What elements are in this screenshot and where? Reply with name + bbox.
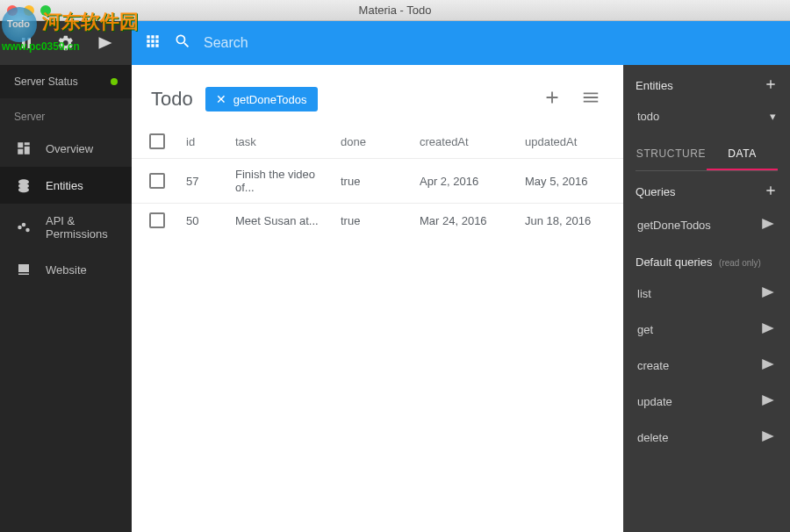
maximize-window-button[interactable]: [40, 5, 51, 16]
query-chip-label: getDoneTodos: [233, 93, 307, 106]
gear-icon: [57, 34, 75, 52]
row-checkbox[interactable]: [149, 212, 165, 228]
sidebar-section-label: Server: [0, 98, 132, 130]
query-item-get[interactable]: get: [636, 312, 778, 348]
query-name: get: [637, 323, 653, 336]
add-query-button[interactable]: [764, 183, 778, 200]
window-controls: [7, 5, 51, 16]
add-entity-button[interactable]: [764, 77, 778, 94]
plus-icon: [542, 88, 562, 107]
sliders-icon: [16, 219, 32, 235]
query-name: getDoneTodos: [637, 219, 711, 232]
sidebar-item-entities[interactable]: Entities: [0, 167, 132, 204]
sidebar-item-label: API & Permissions: [46, 214, 118, 241]
play-icon: [760, 428, 776, 444]
settings-button[interactable]: [47, 34, 85, 52]
status-indicator-icon: [111, 78, 118, 85]
default-queries-hint: (read only): [719, 258, 761, 268]
table-header: id task done createdAt updatedAt: [132, 125, 623, 158]
query-item-list[interactable]: list: [636, 276, 778, 312]
column-header-createdat[interactable]: createdAt: [420, 135, 525, 148]
cell-done: true: [341, 175, 420, 188]
query-item-getdonetodos[interactable]: getDoneTodos: [636, 207, 778, 243]
search-input[interactable]: [204, 35, 778, 51]
run-button[interactable]: [86, 34, 125, 52]
default-queries-header: Default queries (read only): [636, 255, 778, 269]
sidebar-item-label: Overview: [46, 142, 93, 155]
entities-header: Entities: [636, 77, 778, 94]
cell-createdat: Apr 2, 2016: [420, 175, 525, 188]
play-icon: [760, 356, 776, 372]
queries-label: Queries: [636, 185, 676, 198]
content-area: Todo ✕ getDoneTodos: [132, 65, 623, 532]
add-button[interactable]: [539, 84, 565, 114]
column-header-id[interactable]: id: [186, 135, 235, 148]
run-query-button[interactable]: [760, 216, 776, 234]
chevron-down-icon: ▾: [770, 110, 776, 123]
query-name: list: [637, 287, 651, 300]
sidebar: Server Status Server Overview Entities A…: [0, 21, 132, 532]
tab-structure[interactable]: STRUCTURE: [636, 139, 707, 170]
menu-button[interactable]: [578, 84, 604, 114]
plus-icon: [764, 183, 778, 198]
column-header-done[interactable]: done: [341, 135, 420, 148]
sidebar-item-api[interactable]: API & Permissions: [0, 204, 132, 251]
close-window-button[interactable]: [7, 5, 18, 16]
column-header-updatedat[interactable]: updatedAt: [525, 135, 613, 148]
run-query-button[interactable]: [760, 428, 776, 447]
query-item-update[interactable]: update: [636, 384, 778, 420]
row-checkbox[interactable]: [149, 173, 165, 189]
entity-selector[interactable]: todo ▾: [636, 106, 778, 126]
window-title: Materia - Todo: [359, 4, 432, 17]
plus-icon: [764, 77, 778, 91]
tab-data[interactable]: DATA: [707, 139, 778, 170]
column-header-task[interactable]: task: [235, 135, 341, 148]
play-icon: [760, 284, 776, 300]
run-query-button[interactable]: [760, 320, 776, 339]
default-queries-label: Default queries: [636, 255, 712, 269]
query-chip[interactable]: ✕ getDoneTodos: [205, 87, 318, 111]
query-item-delete[interactable]: delete: [636, 420, 778, 456]
cell-createdat: Mar 24, 2016: [420, 214, 525, 227]
panel-tabs: STRUCTURE DATA: [636, 139, 778, 171]
query-item-create[interactable]: create: [636, 348, 778, 384]
table-row[interactable]: 57 Finish the video of... true Apr 2, 20…: [132, 158, 623, 203]
server-status-label: Server Status: [14, 75, 78, 88]
svg-rect-1: [28, 38, 32, 48]
cell-done: true: [341, 214, 420, 227]
pause-button[interactable]: [7, 36, 46, 50]
play-icon: [760, 216, 776, 232]
data-table: id task done createdAt updatedAt 57 Fini…: [132, 125, 623, 237]
sidebar-item-overview[interactable]: Overview: [0, 130, 132, 167]
cell-updatedat: May 5, 2016: [525, 175, 613, 188]
right-panel: Entities todo ▾ STRUCTURE DATA Queries: [623, 65, 790, 532]
search-icon: [174, 32, 191, 50]
close-icon[interactable]: ✕: [216, 92, 226, 106]
selected-entity: todo: [637, 110, 659, 123]
queries-header: Queries: [636, 183, 778, 200]
cell-id: 50: [186, 214, 235, 227]
apps-button[interactable]: [144, 32, 162, 54]
search-button[interactable]: [174, 32, 191, 54]
run-query-button[interactable]: [760, 356, 776, 375]
select-all-checkbox[interactable]: [149, 133, 165, 149]
run-query-button[interactable]: [760, 284, 776, 303]
page-title: Todo: [151, 88, 193, 111]
query-name: create: [637, 359, 669, 372]
table-row[interactable]: 50 Meet Susan at... true Mar 24, 2016 Ju…: [132, 203, 623, 237]
sidebar-item-label: Entities: [46, 179, 83, 192]
sidebar-item-website[interactable]: Website: [0, 251, 132, 288]
play-icon: [760, 320, 776, 336]
pause-icon: [19, 36, 33, 50]
titlebar: Materia - Todo: [0, 0, 790, 21]
sidebar-item-label: Website: [46, 263, 87, 277]
content-header: Todo ✕ getDoneTodos: [132, 65, 623, 125]
entities-label: Entities: [636, 79, 673, 92]
play-icon: [97, 34, 114, 52]
topbar: [132, 21, 790, 65]
run-query-button[interactable]: [760, 392, 776, 411]
minimize-window-button[interactable]: [24, 5, 34, 16]
play-icon: [760, 392, 776, 408]
menu-icon: [581, 88, 600, 107]
svg-rect-0: [22, 38, 25, 48]
